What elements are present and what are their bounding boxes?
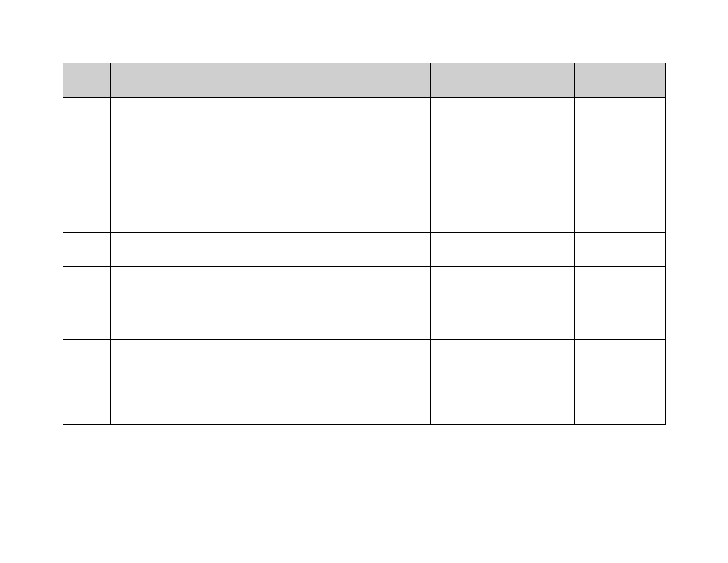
table-cell — [156, 98, 217, 233]
table-row — [63, 98, 666, 233]
table-cell — [530, 233, 575, 267]
table-row — [63, 267, 666, 301]
table-cell — [217, 233, 431, 267]
table-header-row — [63, 63, 666, 98]
table-cell — [217, 301, 431, 340]
table-cell — [63, 98, 111, 233]
column-header — [575, 63, 666, 98]
column-header — [156, 63, 217, 98]
table-cell — [63, 340, 111, 425]
table-row — [63, 233, 666, 267]
table-cell — [530, 267, 575, 301]
table-cell — [111, 340, 156, 425]
footer-divider — [63, 513, 665, 513]
column-header — [111, 63, 156, 98]
column-header — [63, 63, 111, 98]
table-cell — [530, 301, 575, 340]
table-cell — [431, 98, 530, 233]
table-cell — [431, 301, 530, 340]
table-cell — [431, 340, 530, 425]
table-cell — [217, 98, 431, 233]
table-cell — [111, 267, 156, 301]
table-cell — [111, 301, 156, 340]
data-table — [63, 63, 666, 425]
table-cell — [156, 267, 217, 301]
table-cell — [156, 340, 217, 425]
table-cell — [431, 267, 530, 301]
table-cell — [575, 301, 666, 340]
data-table-container — [63, 63, 665, 425]
table-cell — [111, 233, 156, 267]
table-cell — [217, 267, 431, 301]
table-cell — [156, 233, 217, 267]
table-cell — [63, 267, 111, 301]
table-cell — [63, 233, 111, 267]
table-cell — [530, 98, 575, 233]
table-cell — [530, 340, 575, 425]
table-cell — [575, 98, 666, 233]
table-row — [63, 301, 666, 340]
column-header — [530, 63, 575, 98]
page — [0, 0, 728, 563]
column-header — [217, 63, 431, 98]
table-cell — [111, 98, 156, 233]
table-cell — [63, 301, 111, 340]
table-cell — [217, 340, 431, 425]
table-cell — [575, 233, 666, 267]
table-cell — [431, 233, 530, 267]
table-row — [63, 340, 666, 425]
table-cell — [156, 301, 217, 340]
column-header — [431, 63, 530, 98]
table-cell — [575, 267, 666, 301]
table-cell — [575, 340, 666, 425]
